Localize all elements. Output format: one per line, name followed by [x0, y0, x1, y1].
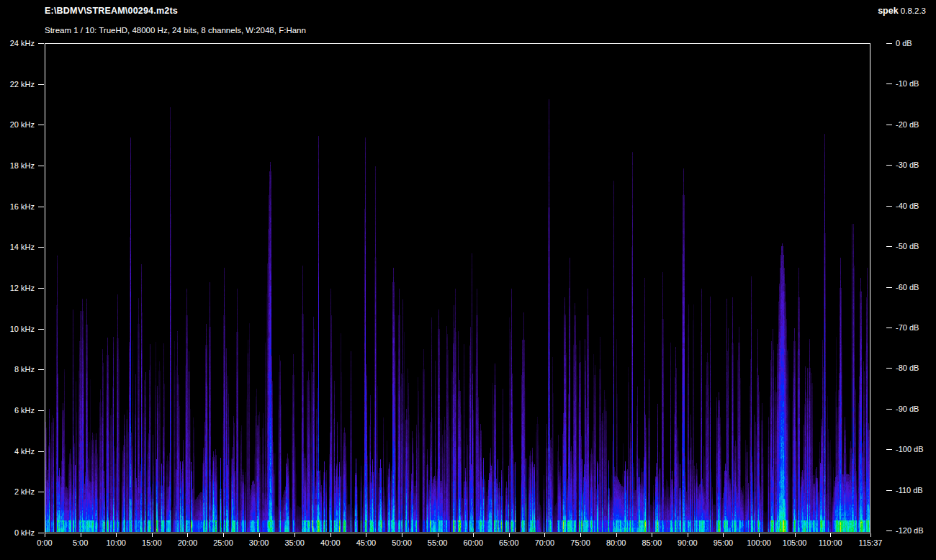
y-axis-tick: [38, 451, 44, 452]
y-axis-label: 24 kHz: [0, 39, 35, 48]
y-axis-label: 18 kHz: [0, 161, 35, 171]
legend-label: -120 dB: [896, 526, 935, 536]
y-axis-label: 20 kHz: [0, 120, 35, 130]
stream-info: Stream 1 / 10: TrueHD, 48000 Hz, 24 bits…: [45, 26, 306, 35]
legend-tick: [886, 530, 892, 531]
legend-label: -50 dB: [896, 242, 935, 251]
x-axis-tick: [652, 533, 652, 537]
legend-label: -70 dB: [896, 323, 935, 333]
x-axis-tick: [330, 533, 331, 537]
y-axis-label: 12 kHz: [0, 284, 35, 293]
x-axis-tick: [509, 533, 510, 537]
legend-tick: [886, 409, 892, 410]
x-axis-tick: [116, 533, 117, 537]
x-axis-tick: [259, 533, 260, 537]
legend-label: -100 dB: [896, 445, 935, 454]
legend-tick: [886, 125, 892, 125]
legend-tick: [886, 43, 892, 44]
x-axis-label: 110:00: [809, 538, 852, 548]
x-axis-tick: [81, 533, 81, 537]
y-axis-label: 8 kHz: [0, 365, 35, 374]
x-axis-label: 115:37: [849, 538, 892, 548]
legend-label: -20 dB: [896, 120, 935, 130]
legend-tick: [886, 328, 892, 328]
x-axis-tick: [723, 533, 724, 537]
legend-tick: [886, 490, 892, 491]
x-axis-tick: [473, 533, 474, 537]
y-axis-label: 14 kHz: [0, 243, 35, 252]
x-axis-tick: [45, 533, 45, 537]
legend-tick: [886, 246, 892, 247]
y-axis-tick: [38, 247, 44, 248]
legend-tick: [886, 368, 892, 369]
y-axis-tick: [38, 166, 44, 166]
x-axis-tick: [152, 533, 153, 537]
y-axis-label: 4 kHz: [0, 447, 35, 456]
y-axis-tick: [38, 84, 44, 85]
y-axis-tick: [38, 43, 44, 44]
x-axis-tick: [438, 533, 438, 537]
app-version: 0.8.2.3: [901, 6, 926, 15]
y-axis-label: 10 kHz: [0, 325, 35, 334]
legend-label: -110 dB: [896, 486, 935, 495]
x-axis-tick: [616, 533, 617, 537]
legend-label: -10 dB: [896, 79, 935, 89]
app-brand: spek 0.8.2.3: [878, 6, 926, 16]
y-axis-label: 2 kHz: [0, 487, 35, 497]
x-axis-tick: [294, 533, 295, 537]
legend-label: -60 dB: [896, 283, 935, 292]
file-path: E:\BDMV\STREAM\00294.m2ts: [45, 6, 178, 16]
x-axis-tick: [580, 533, 581, 537]
spek-window: { "header": { "title": "E:\\BDMV\\STREAM…: [0, 0, 936, 560]
y-axis-tick: [38, 288, 44, 289]
y-axis-tick: [38, 125, 44, 125]
x-axis-tick: [366, 533, 366, 537]
x-axis-tick: [830, 533, 831, 537]
y-axis-label: 22 kHz: [0, 80, 35, 89]
app-name: spek: [878, 6, 899, 16]
x-axis-tick: [688, 533, 688, 537]
legend-tick: [886, 165, 892, 166]
y-axis-tick: [38, 492, 44, 492]
x-axis-tick: [870, 533, 871, 537]
x-axis-tick: [223, 533, 224, 537]
spectrogram-canvas: [45, 44, 870, 532]
x-axis-tick: [795, 533, 796, 537]
y-axis-tick: [38, 329, 44, 330]
legend-label: -80 dB: [896, 363, 935, 373]
legend-label: -90 dB: [896, 405, 935, 414]
y-axis-tick: [38, 369, 44, 370]
legend-tick: [886, 83, 892, 84]
x-axis-tick: [402, 533, 402, 537]
y-axis-label: 6 kHz: [0, 406, 35, 415]
legend-label: -30 dB: [896, 161, 935, 170]
y-axis-tick: [38, 533, 44, 533]
legend-tick: [886, 449, 892, 450]
legend-label: 0 dB: [896, 39, 935, 48]
x-axis-tick: [759, 533, 760, 537]
x-axis-tick: [187, 533, 188, 537]
y-axis-label: 16 kHz: [0, 202, 35, 212]
y-axis-label: 0 kHz: [0, 528, 35, 538]
y-axis-tick: [38, 410, 44, 411]
legend-tick: [886, 206, 892, 207]
legend-label: -40 dB: [896, 202, 935, 211]
spectrogram-plot: [45, 43, 870, 533]
y-axis-tick: [38, 207, 44, 207]
legend-tick: [886, 287, 892, 288]
x-axis-tick: [544, 533, 545, 537]
